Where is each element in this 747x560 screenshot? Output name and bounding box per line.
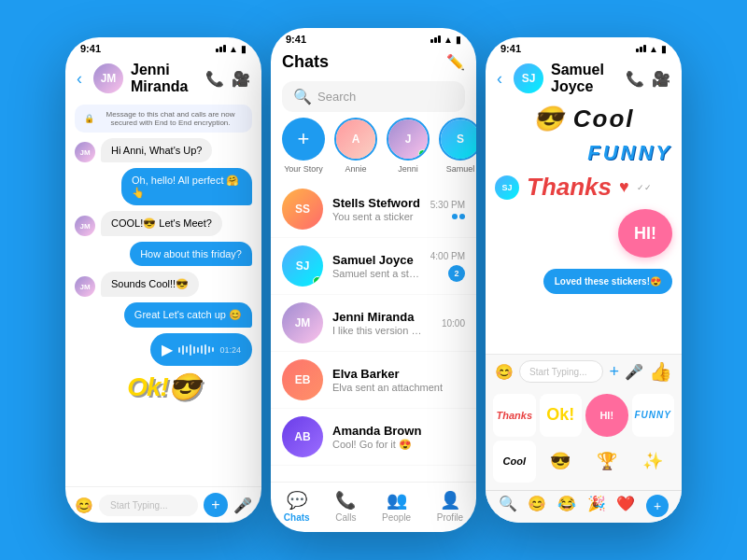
signal-bar-c3 [438,35,441,43]
center-phone: 9:41 ▲ ▮ Chats ✏️ 🔍 Search + Your Story … [271,28,476,532]
wave-bar [193,346,195,354]
status-bar-right: 9:41 ▲ ▮ [486,37,682,56]
sticker-hi[interactable]: HI! [585,394,628,437]
jenni-meta: 10:00 [442,318,465,329]
wave-bar [208,346,210,353]
nav-profile[interactable]: 👤 Profile [437,490,463,523]
jenni-story-label: Jenni [398,164,418,174]
avatar-small: JM [75,142,95,162]
status-icons-right: ▲ ▮ [636,44,667,54]
video-icon-right[interactable]: 🎥 [652,70,670,88]
status-icons-center: ▲ ▮ [430,35,461,45]
nav-chats[interactable]: 💬 Chats [284,490,310,523]
sticker-ok[interactable]: Ok! [540,394,583,437]
chat-item-jenni[interactable]: JM Jenni Miranda I like this version 😍🥰 … [271,295,476,352]
story-annie[interactable]: A Annie [334,118,377,174]
encryption-notice: 🔒 Message to this chat and calls are now… [75,105,252,133]
samuel-name: Samuel Joyce [332,253,421,267]
elva-color: EB [282,359,323,400]
emoji-bar: 🔍 😊 😂 🎉 ❤️ + [486,490,682,523]
chat-item-amanda[interactable]: AB Amanda Brown Cool! Go for it 😍 [271,409,476,466]
sticker-funny[interactable]: FUNNY [632,394,675,437]
chat-item-stells[interactable]: SS Stells Stefword You sent a sticker 5:… [271,181,476,238]
plus-button[interactable]: + [204,493,228,517]
nav-people[interactable]: 👥 People [382,490,411,523]
sticker-mic[interactable]: 🎤 [625,363,643,381]
bottom-navigation: 💬 Chats 📞 Calls 👥 People 👤 Profile [271,482,476,532]
play-icon[interactable]: ▶ [162,341,173,358]
emoji-icon[interactable]: 😊 [75,497,93,514]
funny-sticker-display: FUNNY [495,141,672,165]
wifi-icon: ▲ [229,44,238,54]
loved-message-bubble: Loved these stickers!😍 [543,269,672,294]
wave-bar [190,344,191,356]
avatar-jenni-color: JM [93,63,123,93]
samuel-story-label: Samuel [446,164,475,174]
funny-text: FUNNY [587,141,672,165]
thumbs-up-icon[interactable]: 👍 [649,360,672,383]
chat-header-left: ‹ JM Jenni Miranda 📞 🎥 [65,56,261,101]
add-story-button[interactable]: + [282,118,325,161]
cool-sticker-display: 😎 Cool [495,105,672,133]
stells-meta: 5:30 PM [430,200,465,219]
message-input[interactable]: Start Typing... [99,495,198,516]
stories-row: + Your Story A Annie J Jenni S Samuel [271,118,476,181]
elva-info: Elva Barker Elva sent an attachment [332,367,456,393]
msg-bubble-sent-6: Great Let's catch up 😊 [124,302,252,328]
video-icon-left[interactable]: 🎥 [232,70,250,88]
chats-nav-label: Chats [284,512,310,523]
signal-bar-c2 [434,37,437,43]
back-button[interactable]: ‹ [77,69,86,89]
emoji-4[interactable]: ❤️ [616,495,635,517]
wave-bar [201,345,203,354]
emoji-1[interactable]: 😊 [528,495,546,517]
story-samuel[interactable]: S Samuel [439,118,476,174]
back-button-right[interactable]: ‹ [497,69,506,89]
chats-title: Chats [282,52,439,72]
msg-bubble-received-5: Sounds Cool!!😎 [101,272,199,297]
sticker-cool[interactable]: Cool [493,441,536,483]
emoji-3[interactable]: 🎉 [587,495,606,517]
call-icon-left[interactable]: 📞 [205,70,224,88]
msg-bubble-sent-2: Oh, hello! All perfect 🤗👆 [121,168,252,205]
time-right: 9:41 [500,43,521,54]
profile-nav-label: Profile [437,512,463,523]
story-add[interactable]: + Your Story [282,118,325,174]
jenni-info: Jenni Miranda I like this version 😍🥰 [332,310,432,337]
avatar-jenni-sm: JM [75,142,95,162]
samuel-time: 4:00 PM [430,251,465,261]
sticker-emoji-1[interactable]: 😎 [540,441,583,483]
sticker-grid: Thanks Ok! HI! FUNNY Cool 😎 🏆 ✨ [486,388,682,490]
samuel-unread: 2 [448,265,465,282]
sticker-emoji-3[interactable]: ✨ [632,441,675,483]
chats-nav-icon: 💬 [287,490,307,511]
add-emoji-button[interactable]: + [646,495,669,517]
sticker-thanks[interactable]: Thanks [493,394,536,437]
sticker-placeholder: Start Typing... [529,367,587,377]
sticker-input-row: 😊 Start Typing... + 🎤 👍 [486,355,682,388]
chat-user-name: Jenni Miranda [131,62,198,95]
samuel-info: Samuel Joyce Samuel sent a sticker [332,253,421,279]
msg-bubble-received-1: Hi Anni, What's Up? [101,138,212,162]
call-icon-right[interactable]: 📞 [626,70,644,88]
sticker-emoji-2[interactable]: 🏆 [585,441,628,483]
emoji-sticker-icon[interactable]: 😊 [495,363,514,381]
story-jenni[interactable]: J Jenni [387,118,430,174]
emoji-2[interactable]: 😂 [557,495,576,517]
chat-item-elva[interactable]: EB Elva Barker Elva sent an attachment [271,352,476,409]
mic-icon[interactable]: 🎤 [233,497,252,514]
sticker-input[interactable]: Start Typing... [519,360,603,383]
stells-color: SS [282,189,323,230]
samuel-meta: 4:00 PM 2 [430,251,465,282]
nav-calls[interactable]: 📞 Calls [335,490,356,523]
edit-icon[interactable]: ✏️ [446,53,465,71]
audio-message: ▶ 01:24 [150,333,252,366]
chat-item-samuel[interactable]: SJ Samuel Joyce Samuel sent a sticker 4:… [271,238,476,295]
sticker-plus[interactable]: + [609,362,619,382]
dot1 [452,214,458,219]
search-emoji[interactable]: 🔍 [499,495,517,517]
signal-bar-3 [223,45,226,52]
samuel-avatar: SJ [282,245,323,287]
search-bar[interactable]: 🔍 Search [282,81,465,112]
signal-bar-r1 [636,49,639,52]
